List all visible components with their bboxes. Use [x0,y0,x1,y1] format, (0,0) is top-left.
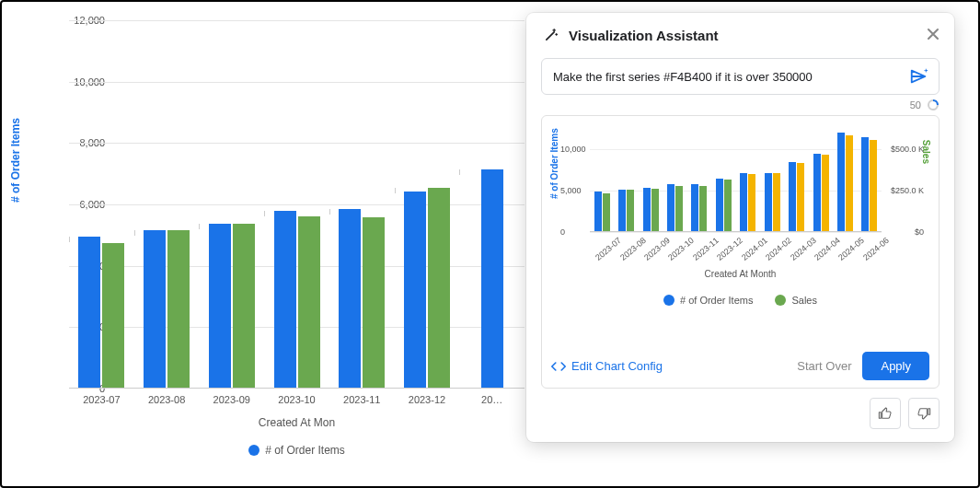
bar[interactable] [481,169,503,389]
bar[interactable] [699,186,707,232]
preview-box: # of Order Items Sales 0$05,000$250.0 K1… [541,115,940,389]
x-tick-label: 20… [481,394,502,405]
bar[interactable] [870,140,877,232]
bar[interactable] [813,154,821,232]
main-baseline [69,388,525,389]
bar[interactable] [298,216,320,389]
x-tick-label: 2023-08 [148,394,185,405]
bar[interactable] [861,137,869,232]
magic-wand-icon [541,27,559,45]
bar[interactable] [724,180,732,232]
bar[interactable] [209,224,231,389]
bar[interactable] [797,163,804,232]
y-tick-label: 10,000 [560,145,586,154]
legend-item: # of Order Items [248,444,345,457]
bar-group: 2023-08 [134,230,200,389]
main-bars-area: 2023-072023-082023-092023-102023-112023-… [69,20,525,389]
bar-group: 2023-09 [199,224,264,389]
bar[interactable] [618,190,626,232]
preview-actions: Edit Chart Config Start Over Apply [551,352,929,380]
bar[interactable] [765,173,772,233]
legend-swatch-icon [775,295,786,306]
apply-button[interactable]: Apply [862,352,929,380]
bar[interactable] [651,189,659,232]
x-tick-label: 2023-08 [618,236,648,262]
thumbs-down-button[interactable] [908,398,940,429]
y-tick-label: $0 [915,227,924,237]
bar-group: 2023-11 [687,184,711,232]
thumbs-up-icon [878,406,893,421]
bar[interactable] [740,173,747,232]
bar[interactable] [822,155,829,232]
main-x-axis-label: Created At Mon [69,416,525,429]
bar-group: 2023-08 [614,190,638,232]
bar-group: 2024-01 [736,173,760,232]
x-tick-label: 2024-05 [837,236,867,262]
x-tick-label: 2023-09 [213,394,250,405]
preview-baseline [590,231,882,232]
visualization-assistant-panel: Visualization Assistant 50 [526,13,954,442]
legend-label: # of Order Items [680,295,753,306]
bar[interactable] [78,237,100,389]
feedback-row [541,398,940,429]
edit-config-label: Edit Chart Config [571,359,663,373]
bar[interactable] [667,184,674,232]
bar[interactable] [789,162,796,232]
bar[interactable] [233,224,255,389]
panel-title: Visualization Assistant [569,28,917,43]
x-tick-label: 2024-03 [789,236,818,262]
bar[interactable] [846,135,853,232]
x-tick-label: 2023-12 [716,236,745,262]
start-over-button[interactable]: Start Over [797,359,851,373]
thumbs-up-button[interactable] [870,398,901,429]
bar[interactable] [748,174,755,232]
bar-group: 2024-05 [833,133,857,232]
code-icon [551,361,566,372]
bar-group: 2024-04 [809,154,833,232]
bar-group: 2024-02 [760,173,784,233]
x-tick-label: 2023-10 [278,394,315,405]
prompt-input[interactable] [551,69,900,85]
bar[interactable] [404,192,426,389]
send-icon [909,66,929,87]
bar[interactable] [691,184,698,232]
bar[interactable] [773,173,780,232]
bar[interactable] [339,209,361,389]
x-tick-label: 2024-06 [861,236,891,262]
bar[interactable] [627,190,634,232]
y-tick-label: 5,000 [560,186,582,195]
bar-group: 2024-06 [858,137,882,232]
bar-group: 2023-10 [663,184,686,232]
bar[interactable] [594,192,602,232]
main-chart: # of Order Items 02,0004,0006,0008,00010… [28,18,525,460]
legend-swatch-icon [663,295,674,306]
bar[interactable] [716,179,723,232]
bar[interactable] [428,188,450,389]
bar[interactable] [167,230,190,389]
preview-bars-area: 2023-072023-082023-092023-102023-112023-… [590,129,882,232]
legend-swatch-icon [248,445,259,456]
close-button[interactable] [927,26,940,45]
preview-x-axis-label: Created At Month [551,269,929,279]
bar-group: 20… [459,169,525,389]
spinner-icon [927,99,940,111]
bar[interactable] [603,193,610,232]
bar[interactable] [144,230,166,389]
bar[interactable] [837,133,845,232]
bar[interactable] [643,188,651,232]
bar-group: 2023-12 [395,188,460,389]
bar[interactable] [102,243,124,389]
bar-group: 2023-10 [264,211,329,389]
x-tick-label: 2023-10 [667,236,697,262]
bar[interactable] [363,217,385,389]
edit-chart-config-link[interactable]: Edit Chart Config [551,359,663,373]
bar-group: 2023-09 [639,188,663,232]
bar[interactable] [675,186,683,232]
preview-chart: # of Order Items Sales 0$05,000$250.0 K1… [551,125,929,339]
bar[interactable] [274,211,296,389]
char-count-row: 50 [541,99,940,111]
bar-group: 2023-11 [329,209,395,389]
y-tick-label: 0 [560,227,565,237]
send-button[interactable] [909,66,929,87]
legend-label: Sales [791,295,817,306]
